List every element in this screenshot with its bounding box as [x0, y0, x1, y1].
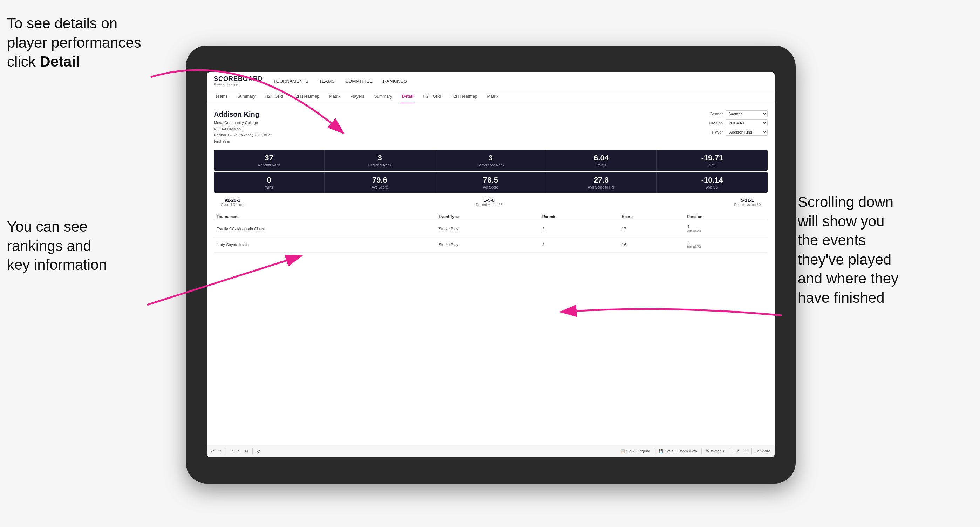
stat-wins: 0 Wins: [214, 172, 325, 193]
toolbar-divider-1: [226, 448, 226, 454]
avg-score-label: Avg Score: [328, 185, 432, 189]
logo-title: SCOREBOARD: [214, 75, 263, 83]
stats-grid-row2: 0 Wins 79.6 Avg Score 78.5 Adj Score 27.…: [214, 172, 768, 193]
subnav-matrix[interactable]: Matrix: [328, 90, 342, 103]
avg-sg-value: -10.14: [660, 176, 765, 185]
zoom-in-button[interactable]: ⊕: [230, 449, 234, 453]
subnav-summary[interactable]: Summary: [236, 90, 256, 103]
subnav-h2h-grid2[interactable]: H2H Grid: [422, 90, 442, 103]
logo-subtitle: Powered by clippd: [214, 83, 263, 86]
stat-conference-rank: 3 Conference Rank: [435, 150, 546, 171]
division-label: Division: [705, 121, 723, 125]
player-region: Region 1 - Southwest (18) District: [214, 132, 271, 138]
stat-avg-sg: -10.14 Avg SG: [657, 172, 768, 193]
sos-label: SoS: [660, 163, 765, 167]
regional-rank-label: Regional Rank: [328, 163, 432, 167]
player-year: First Year: [214, 138, 271, 145]
top25-record-label: Record vs top 25: [476, 203, 503, 207]
subnav-teams[interactable]: Teams: [214, 90, 229, 103]
player-label: Player: [705, 130, 723, 134]
bottom-toolbar: ↩ ↪ ⊕ ⊖ ⊡ ⏱ 📋 View: Original 💾 Save Cust…: [207, 444, 775, 457]
scoreboard-logo: SCOREBOARD Powered by clippd: [214, 75, 263, 86]
tablet-screen: SCOREBOARD Powered by clippd TOURNAMENTS…: [207, 72, 775, 457]
top-navigation: SCOREBOARD Powered by clippd TOURNAMENTS…: [207, 72, 775, 90]
subnav-detail[interactable]: Detail: [401, 90, 415, 103]
nav-committee[interactable]: COMMITTEE: [345, 78, 372, 84]
annotation-bottom-left: You can see rankings and key information: [7, 217, 107, 275]
table-row: Lady Coyote Invite Stroke Play 2 16 7out…: [214, 237, 768, 252]
avg-score-par-label: Avg Score to Par: [549, 185, 654, 189]
stats-grid-row1: 37 National Rank 3 Regional Rank 3 Confe…: [214, 150, 768, 171]
top25-record-value: 1-5-0: [476, 198, 503, 203]
top50-record-value: 5-11-1: [734, 198, 760, 203]
conference-rank-value: 3: [438, 154, 543, 163]
nav-rankings[interactable]: RANKINGS: [383, 78, 407, 84]
player-name: Addison King: [214, 110, 271, 118]
subnav-h2h-heatmap2[interactable]: H2H Heatmap: [449, 90, 479, 103]
zoom-out-button[interactable]: ⊖: [238, 449, 241, 453]
watch-button[interactable]: 👁 Watch ▾: [706, 449, 725, 453]
sub-navigation: Teams Summary H2H Grid H2H Heatmap Matri…: [207, 90, 775, 103]
main-content: Addison King Mesa Community College NJCA…: [207, 103, 775, 444]
table-row: Estella CC- Mountain Classic Stroke Play…: [214, 221, 768, 237]
adj-score-label: Adj Score: [438, 185, 543, 189]
share-button[interactable]: ⇗ Share: [756, 449, 770, 453]
timer-button[interactable]: ⏱: [257, 449, 261, 453]
nav-teams[interactable]: TEAMS: [319, 78, 335, 84]
annotation-bold-detail: Detail: [40, 53, 80, 70]
toolbar-divider-3: [654, 448, 654, 454]
subnav-matrix2[interactable]: Matrix: [486, 90, 500, 103]
player-info: Addison King Mesa Community College NJCA…: [214, 110, 271, 144]
score-2: 16: [619, 237, 684, 252]
division-select[interactable]: NJCAA I: [725, 119, 768, 127]
overall-record-value: 91-20-1: [221, 198, 244, 203]
player-selectors: Gender Women Division NJCAA I: [705, 110, 768, 144]
present-button[interactable]: □↗: [733, 449, 739, 453]
nav-tournaments[interactable]: TOURNAMENTS: [274, 78, 309, 84]
annotation-top-left: To see details on player performances cl…: [7, 14, 141, 71]
stat-adj-score: 78.5 Adj Score: [435, 172, 546, 193]
view-original-button[interactable]: 📋 View: Original: [620, 449, 650, 453]
player-select[interactable]: Addison King: [725, 129, 768, 136]
event-type-1: Stroke Play: [436, 221, 539, 237]
stat-sos: -19.71 SoS: [657, 150, 768, 171]
player-row: Player Addison King: [705, 129, 768, 136]
national-rank-value: 37: [216, 154, 321, 163]
stat-avg-score-par: 27.8 Avg Score to Par: [546, 172, 657, 193]
stat-points: 6.04 Points: [546, 150, 657, 171]
player-division: NJCAA Division 1: [214, 126, 271, 132]
player-header: Addison King Mesa Community College NJCA…: [214, 110, 768, 144]
subnav-players[interactable]: Players: [349, 90, 366, 103]
points-label: Points: [549, 163, 654, 167]
col-event-type: Event Type: [436, 212, 539, 221]
tournament-name-2: Lady Coyote Invite: [214, 237, 436, 252]
wins-value: 0: [216, 176, 321, 185]
top50-record-label: Record vs top 50: [734, 203, 760, 207]
subnav-summary2[interactable]: Summary: [372, 90, 393, 103]
division-row: Division NJCAA I: [705, 119, 768, 127]
overall-record-label: Overall Record: [221, 203, 244, 207]
tablet-frame: SCOREBOARD Powered by clippd TOURNAMENTS…: [186, 46, 795, 484]
overall-record: 91-20-1 Overall Record: [221, 198, 244, 207]
gender-select[interactable]: Women: [725, 110, 768, 117]
fit-button[interactable]: ⊡: [245, 449, 248, 453]
subnav-h2h-grid[interactable]: H2H Grid: [264, 90, 284, 103]
col-position: Position: [684, 212, 768, 221]
avg-sg-label: Avg SG: [660, 185, 765, 189]
col-tournament: Tournament: [214, 212, 436, 221]
subnav-h2h-heatmap[interactable]: H2H Heatmap: [291, 90, 321, 103]
fullscreen-button[interactable]: ⛶: [743, 449, 747, 453]
position-2: 7out of 20: [684, 237, 768, 252]
sos-value: -19.71: [660, 154, 765, 163]
avg-score-par-value: 27.8: [549, 176, 654, 185]
tournament-name-1: Estella CC- Mountain Classic: [214, 221, 436, 237]
event-type-2: Stroke Play: [436, 237, 539, 252]
stat-national-rank: 37 National Rank: [214, 150, 325, 171]
annotation-right: Scrolling down will show you the events …: [798, 193, 973, 308]
record-row: 91-20-1 Overall Record 1-5-0 Record vs t…: [214, 198, 768, 207]
redo-button[interactable]: ↪: [218, 449, 221, 453]
regional-rank-value: 3: [328, 154, 432, 163]
save-custom-view-button[interactable]: 💾 Save Custom View: [659, 449, 697, 453]
national-rank-label: National Rank: [216, 163, 321, 167]
undo-button[interactable]: ↩: [211, 449, 214, 453]
